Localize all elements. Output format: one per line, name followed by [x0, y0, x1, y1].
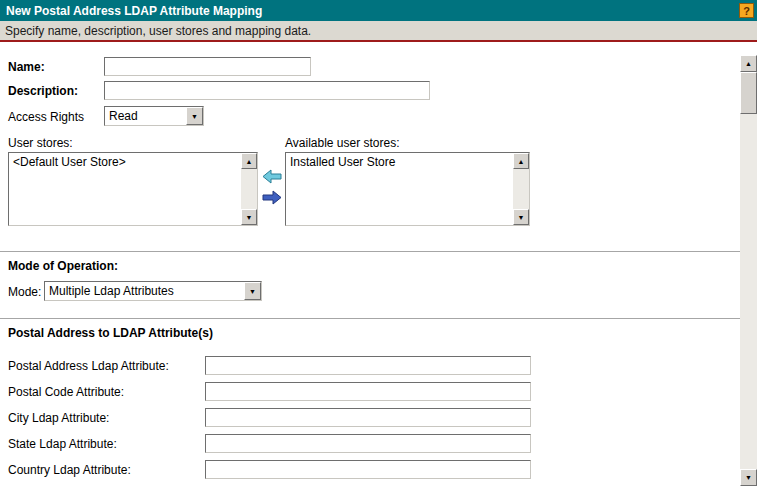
user-stores-label: User stores: [8, 136, 73, 150]
description-label: Description: [8, 84, 78, 98]
scroll-up-icon: ▲ [246, 158, 253, 165]
description-input[interactable] [104, 81, 430, 100]
right-arrow-icon [262, 190, 282, 205]
country-attribute-input[interactable] [205, 460, 531, 479]
access-rights-select[interactable]: Read ▼ [104, 106, 204, 126]
list-item[interactable]: Installed User Store [286, 153, 529, 171]
available-user-stores-label: Available user stores: [285, 136, 400, 150]
city-attribute-input[interactable] [205, 408, 531, 427]
access-rights-label: Access Rights [8, 110, 84, 124]
list-item[interactable]: <Default User Store> [9, 153, 257, 171]
page-scrollbar[interactable]: ▲ ▼ [740, 55, 757, 486]
postal-address-attribute-label: Postal Address Ldap Attribute: [8, 359, 169, 373]
scroll-up-button[interactable]: ▲ [740, 55, 757, 72]
divider [0, 318, 740, 319]
scrollbar-thumb[interactable] [740, 72, 757, 114]
mapping-section-heading: Postal Address to LDAP Attribute(s) [8, 326, 213, 340]
state-attribute-input[interactable] [205, 434, 531, 453]
subtitle-text: Specify name, description, user stores a… [5, 24, 311, 38]
available-user-stores-listbox[interactable]: Installed User Store ▲ ▼ [285, 152, 530, 226]
left-arrow-icon [262, 169, 282, 184]
postal-address-attribute-input[interactable] [205, 356, 531, 375]
mode-dropdown-button[interactable]: ▼ [244, 282, 261, 300]
country-attribute-label: Country Ldap Attribute: [8, 463, 131, 477]
move-right-button[interactable] [262, 190, 282, 205]
name-label: Name: [8, 60, 45, 74]
scroll-down-icon: ▼ [246, 214, 253, 221]
scroll-down-button[interactable]: ▼ [241, 209, 257, 225]
scroll-up-icon: ▲ [518, 158, 525, 165]
help-button[interactable]: ? [739, 3, 754, 18]
postal-code-attribute-input[interactable] [205, 382, 531, 401]
mode-label: Mode: [8, 285, 41, 299]
scroll-down-icon: ▼ [745, 474, 752, 481]
dialog: New Postal Address LDAP Attribute Mappin… [0, 0, 757, 486]
scroll-down-icon: ▼ [518, 214, 525, 221]
state-attribute-label: State Ldap Attribute: [8, 437, 117, 451]
divider [0, 251, 740, 252]
title-bar: New Postal Address LDAP Attribute Mappin… [0, 0, 757, 21]
user-stores-scrollbar[interactable]: ▲ ▼ [241, 153, 257, 225]
scroll-down-button[interactable]: ▼ [513, 209, 529, 225]
chevron-down-icon: ▼ [191, 113, 198, 120]
access-rights-dropdown-button[interactable]: ▼ [186, 107, 203, 125]
access-rights-value: Read [105, 107, 186, 125]
name-input[interactable] [104, 57, 311, 76]
postal-code-attribute-label: Postal Code Attribute: [8, 385, 124, 399]
scroll-up-button[interactable]: ▲ [241, 153, 257, 169]
page-title: New Postal Address LDAP Attribute Mappin… [6, 4, 262, 18]
scroll-up-icon: ▲ [745, 60, 752, 67]
mode-value: Multiple Ldap Attributes [45, 282, 244, 300]
user-stores-listbox[interactable]: <Default User Store> ▲ ▼ [8, 152, 258, 226]
help-icon: ? [743, 5, 750, 17]
scroll-down-button[interactable]: ▼ [740, 469, 757, 486]
city-attribute-label: City Ldap Attribute: [8, 411, 109, 425]
mode-section-heading: Mode of Operation: [8, 259, 118, 273]
available-user-stores-scrollbar[interactable]: ▲ ▼ [513, 153, 529, 225]
subtitle-bar: Specify name, description, user stores a… [0, 21, 757, 42]
chevron-down-icon: ▼ [249, 288, 256, 295]
mode-select[interactable]: Multiple Ldap Attributes ▼ [44, 281, 262, 301]
move-left-button[interactable] [262, 169, 282, 184]
scroll-up-button[interactable]: ▲ [513, 153, 529, 169]
